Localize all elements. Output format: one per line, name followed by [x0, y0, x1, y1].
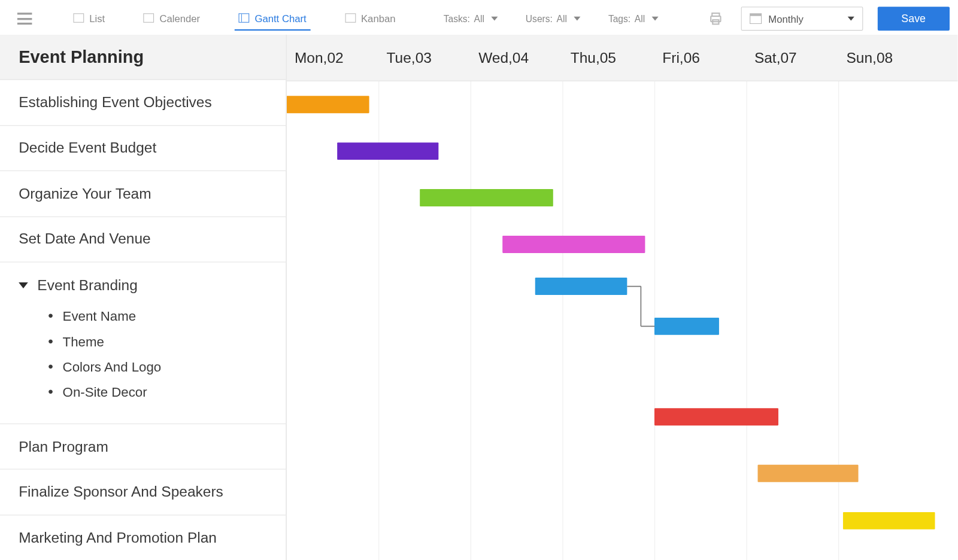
view-list-tab[interactable]: List	[69, 7, 109, 31]
day-column-header: Fri,06	[654, 35, 747, 81]
task-row[interactable]: Decide Event Budget	[0, 126, 286, 171]
view-gantt-tab[interactable]: Gantt Chart	[235, 7, 310, 31]
gantt-bar[interactable]	[503, 236, 645, 253]
calendar-icon	[144, 13, 154, 23]
gridline	[838, 81, 839, 560]
gantt-bar[interactable]	[535, 278, 627, 295]
chevron-down-icon	[491, 17, 498, 21]
subtask-item[interactable]: Theme	[48, 329, 267, 354]
task-row[interactable]: Set Date And Venue	[0, 217, 286, 262]
filter-tasks-label: Tasks:	[444, 13, 470, 24]
task-label: Establishing Event Objectives	[19, 94, 212, 111]
filter-tasks[interactable]: Tasks: All	[444, 13, 498, 24]
list-icon	[73, 13, 84, 23]
gantt-view: Event Planning Establishing Event Object…	[0, 35, 957, 560]
task-label: Marketing And Promotion Plan	[19, 529, 217, 547]
subtask-item[interactable]: On-Site Decor	[48, 379, 267, 404]
task-group-toggle[interactable]: Event Branding	[19, 277, 267, 294]
task-row[interactable]: Organize Your Team	[0, 171, 286, 217]
gridline	[747, 81, 747, 560]
gantt-bar[interactable]	[337, 142, 438, 160]
filter-users-label: Users:	[526, 13, 553, 24]
day-column-header: Sat,07	[747, 35, 839, 81]
dependency-link	[626, 285, 656, 327]
day-column-header: Sun,08	[838, 35, 930, 81]
view-kanban-tab[interactable]: Kanban	[341, 7, 400, 31]
view-gantt-label: Gantt Chart	[254, 13, 306, 24]
day-column-header: Thu,05	[562, 35, 654, 81]
toolbar: List Calender Gantt Chart Kanban Tasks: …	[0, 2, 957, 34]
timeline-header: Mon,02Tue,03Wed,04Thu,05Fri,06Sat,07Sun,…	[287, 35, 958, 81]
task-group-row: Event Branding Event Name Theme Colors A…	[0, 262, 286, 424]
gridline	[471, 81, 471, 560]
menu-icon[interactable]	[17, 13, 32, 25]
day-column-header: Wed,04	[471, 35, 563, 81]
task-row[interactable]: Marketing And Promotion Plan	[0, 515, 286, 560]
task-list-panel: Event Planning Establishing Event Object…	[0, 35, 287, 560]
period-select[interactable]: Monthly	[741, 7, 863, 31]
gantt-bar[interactable]	[287, 96, 369, 113]
chevron-down-icon	[847, 17, 854, 21]
task-label: Plan Program	[19, 438, 108, 455]
print-icon[interactable]	[708, 11, 724, 26]
gantt-bar[interactable]	[757, 465, 859, 482]
filter-tags-value: All	[635, 13, 645, 24]
view-calendar-tab[interactable]: Calender	[140, 7, 204, 31]
gantt-timeline-panel: Mon,02Tue,03Wed,04Thu,05Fri,06Sat,07Sun,…	[287, 35, 958, 560]
period-value: Monthly	[768, 13, 803, 25]
task-label: Decide Event Budget	[19, 139, 156, 157]
task-group-label: Event Branding	[37, 277, 137, 294]
filter-users-value: All	[557, 13, 567, 24]
project-title: Event Planning	[0, 35, 286, 80]
view-calendar-label: Calender	[159, 13, 200, 24]
view-list-label: List	[89, 13, 105, 24]
chevron-down-icon	[574, 17, 580, 21]
task-label: Organize Your Team	[19, 185, 151, 202]
task-label: Set Date And Venue	[19, 230, 151, 248]
view-kanban-label: Kanban	[361, 13, 396, 24]
calendar-icon	[750, 13, 762, 24]
triangle-down-icon	[19, 282, 28, 288]
subtask-item[interactable]: Event Name	[48, 303, 267, 328]
filter-tasks-value: All	[474, 13, 484, 24]
gantt-bar[interactable]	[420, 189, 553, 206]
gantt-bar[interactable]	[843, 512, 935, 529]
subtask-list: Event Name Theme Colors And Logo On-Site…	[48, 303, 267, 404]
gantt-icon	[239, 13, 250, 23]
kanban-icon	[345, 13, 356, 23]
gantt-chart-area[interactable]	[287, 81, 958, 560]
filters-group: Tasks: All Users: All Tags: All	[444, 13, 659, 24]
task-row[interactable]: Establishing Event Objectives	[0, 80, 286, 126]
gantt-bar[interactable]	[654, 408, 778, 425]
save-button[interactable]: Save	[877, 7, 950, 31]
chevron-down-icon	[651, 17, 658, 21]
gantt-bar[interactable]	[654, 318, 719, 335]
filter-users[interactable]: Users: All	[526, 13, 580, 24]
task-label: Finalize Sponsor And Speakers	[19, 483, 223, 501]
filter-tags-label: Tags:	[608, 13, 630, 24]
subtask-item[interactable]: Colors And Logo	[48, 354, 267, 379]
gridline	[562, 81, 563, 560]
task-row[interactable]: Finalize Sponsor And Speakers	[0, 470, 286, 515]
filter-tags[interactable]: Tags: All	[608, 13, 659, 24]
task-row[interactable]: Plan Program	[0, 424, 286, 470]
day-column-header: Mon,02	[287, 35, 379, 81]
day-column-header: Tue,03	[378, 35, 471, 81]
